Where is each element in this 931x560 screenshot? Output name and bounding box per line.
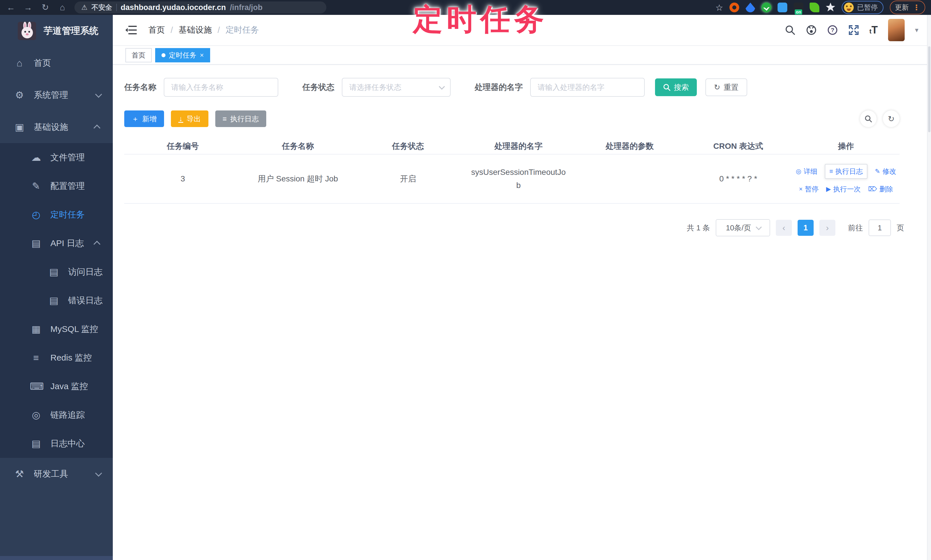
cell-task-id: 3	[124, 174, 241, 183]
task-name-input[interactable]	[164, 78, 278, 97]
search-icon[interactable]	[785, 25, 795, 35]
sidebar-item-scheduled-tasks[interactable]: ◴ 定时任务	[0, 200, 113, 229]
user-menu-caret-icon[interactable]: ▾	[915, 26, 919, 34]
goto-page-input[interactable]	[869, 220, 891, 236]
page-size-select[interactable]: 10条/页	[716, 219, 770, 236]
bookmark-star-icon[interactable]: ☆	[715, 3, 723, 12]
edit-action[interactable]: ✎ 修改	[875, 167, 896, 176]
prev-page-button[interactable]: ‹	[776, 220, 792, 236]
scrollbar[interactable]	[927, 15, 931, 560]
breadcrumb: 首页 / 基础设施 / 定时任务	[148, 24, 259, 36]
breadcrumb-infrastructure[interactable]: 基础设施	[179, 24, 212, 36]
breadcrumb-separator: /	[171, 25, 173, 35]
sidebar-item-label: Java 监控	[50, 381, 88, 392]
extension-icon[interactable]	[746, 3, 755, 12]
sidebar-fold-icon[interactable]	[125, 25, 137, 35]
sidebar-submenu-infrastructure: ☁ 文件管理 ✎ 配置管理 ◴ 定时任务 ▤ API 日志 ▤ 访问日志 ▤ 错…	[0, 143, 113, 458]
sidebar-item-api-logs[interactable]: ▤ API 日志	[0, 229, 113, 257]
run-once-action[interactable]: ▶ 执行一次	[826, 185, 861, 194]
browser-menu-icon[interactable]: ⋮	[913, 3, 920, 12]
table-header-row: 任务编号 任务名称 任务状态 处理器的名字 处理器的参数 CRON 表达式 操作	[124, 138, 900, 154]
home-icon[interactable]: ⌂	[57, 0, 68, 15]
profile-paused-badge[interactable]: 已暂停	[842, 1, 883, 14]
keyboard-icon: ⌨	[30, 381, 42, 392]
action-label: 执行日志	[835, 167, 863, 176]
fullscreen-icon[interactable]	[848, 25, 859, 35]
row-actions: ◎ 详细 ≡ 执行日志 ✎ 修改	[792, 164, 900, 194]
handler-name-input[interactable]	[530, 78, 645, 97]
sidebar-item-label: 配置管理	[50, 180, 85, 192]
tag-label: 定时任务	[169, 51, 196, 60]
action-label: 详细	[804, 167, 817, 176]
sidebar-item-dev-tools[interactable]: ⚒ 研发工具	[0, 458, 113, 490]
sidebar-item-file-management[interactable]: ☁ 文件管理	[0, 143, 113, 172]
column-header: 操作	[792, 141, 900, 152]
execution-log-action[interactable]: ≡ 执行日志	[825, 164, 868, 179]
task-status-select[interactable]: 请选择任务状态	[342, 78, 451, 97]
extension-icon[interactable]	[778, 3, 787, 12]
execution-log-button[interactable]: ≡ 执行日志	[215, 111, 267, 127]
log-icon: ▤	[48, 295, 60, 306]
forward-icon[interactable]: →	[23, 0, 33, 15]
sidebar-item-infrastructure[interactable]: ▣ 基础设施	[0, 111, 113, 143]
toggle-search-button[interactable]	[860, 111, 877, 127]
sidebar-item-label: 链路追踪	[50, 409, 85, 421]
column-header: 任务名称	[241, 141, 355, 152]
pause-action[interactable]: × 暂停	[799, 185, 819, 194]
scrollbar-thumb[interactable]	[928, 46, 930, 132]
action-label: 修改	[882, 167, 896, 176]
app-title: 芋道管理系统	[43, 25, 99, 37]
tag-home[interactable]: 首页	[125, 48, 152, 62]
export-button[interactable]: ↓ 导出	[171, 111, 208, 127]
extension-icon[interactable]	[809, 3, 819, 12]
search-button[interactable]: 搜索	[655, 78, 697, 96]
user-avatar[interactable]	[888, 19, 905, 41]
reload-icon[interactable]: ↻	[40, 0, 50, 15]
extension-icon[interactable]	[729, 3, 739, 12]
not-secure-label: 不安全	[92, 3, 112, 12]
select-placeholder: 请选择任务状态	[349, 82, 401, 92]
cell-cron-expression: 0 * * * * ? *	[684, 174, 792, 183]
sidebar-item-tracing[interactable]: ◎ 链路追踪	[0, 401, 113, 429]
chevron-down-icon	[95, 91, 102, 98]
address-bar[interactable]: ⚠ 不安全 dashboard.yudao.iocoder.cn/infra/j…	[74, 2, 326, 14]
search-icon	[865, 115, 872, 123]
url-domain: dashboard.yudao.iocoder.cn	[121, 3, 226, 12]
github-icon[interactable]	[806, 25, 817, 35]
extension-icon[interactable]	[826, 3, 835, 12]
extension-icon[interactable]: on	[794, 3, 803, 12]
sidebar-item-home[interactable]: ⌂ 首页	[0, 47, 113, 79]
add-button[interactable]: ＋ 新增	[124, 111, 164, 127]
monitor-icon: ▣	[13, 122, 26, 133]
execution-log-button-label: 执行日志	[230, 114, 259, 124]
close-icon[interactable]: ×	[200, 51, 204, 59]
sidebar-item-error-logs[interactable]: ▤ 错误日志	[0, 286, 113, 315]
back-icon[interactable]: ←	[6, 0, 16, 15]
font-size-icon[interactable]: tT	[869, 24, 878, 36]
tag-scheduled-tasks[interactable]: 定时任务 ×	[155, 48, 210, 62]
list-icon: ≡	[829, 168, 833, 175]
cloud-icon: ☁	[30, 152, 42, 163]
extension-check-icon[interactable]	[761, 3, 771, 12]
sidebar-item-log-center[interactable]: ▤ 日志中心	[0, 429, 113, 458]
refresh-table-button[interactable]: ↻	[883, 111, 900, 127]
action-label: 暂停	[805, 185, 819, 194]
detail-action[interactable]: ◎ 详细	[796, 167, 817, 176]
sidebar-item-label: 系统管理	[34, 89, 68, 101]
sidebar-item-redis-monitor[interactable]: ≡ Redis 监控	[0, 343, 113, 372]
delete-action[interactable]: ⌦ 删除	[868, 185, 893, 194]
help-icon[interactable]: ?	[827, 25, 838, 35]
sidebar-item-system-management[interactable]: ⚙ 系统管理	[0, 79, 113, 111]
sidebar-item-config-management[interactable]: ✎ 配置管理	[0, 172, 113, 200]
next-page-button[interactable]: ›	[819, 220, 835, 236]
sidebar-item-access-logs[interactable]: ▤ 访问日志	[0, 257, 113, 286]
breadcrumb-home[interactable]: 首页	[148, 24, 165, 36]
sidebar-item-java-monitor[interactable]: ⌨ Java 监控	[0, 372, 113, 401]
browser-update-button[interactable]: 更新 ⋮	[890, 1, 925, 14]
current-page-button[interactable]: 1	[798, 220, 814, 236]
app-logo-row[interactable]: 芋道管理系统	[0, 15, 113, 47]
reset-button[interactable]: ↻ 重置	[705, 78, 747, 96]
sidebar-item-label: 研发工具	[34, 468, 68, 480]
sidebar-item-mysql-monitor[interactable]: ▦ MySQL 监控	[0, 315, 113, 343]
gear-icon: ⚙	[13, 89, 26, 101]
